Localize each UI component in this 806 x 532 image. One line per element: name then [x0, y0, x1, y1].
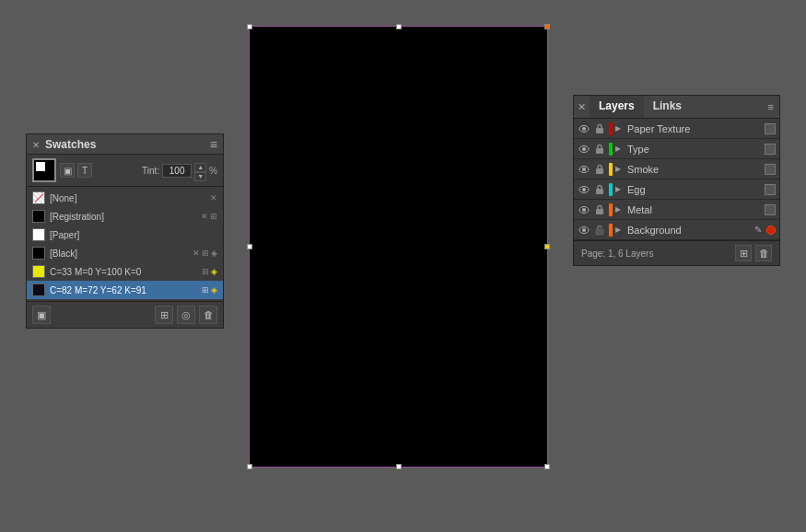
new-swatch-btn[interactable]: ⊞ [155, 306, 173, 324]
new-layer-button[interactable]: ⊞ [735, 245, 752, 261]
delete-layer-button[interactable]: 🗑 [755, 245, 772, 261]
swatch-type-icons: ▣ T [60, 163, 92, 178]
layer-visibility-btn[interactable] [578, 203, 590, 216]
handle-top-right[interactable] [544, 24, 550, 29]
swatch-cy-color-icon: ◈ [211, 267, 217, 276]
layer-page-icon[interactable] [765, 123, 776, 134]
layers-footer: Page: 1, 6 Layers ⊞ 🗑 [574, 240, 779, 265]
layer-lock-btn[interactable] [593, 183, 606, 196]
swatch-paper[interactable]: [Paper] [27, 226, 223, 244]
layers-tabs-bar: ✕ Layers Links ≡ [574, 96, 779, 119]
handle-bottom-left[interactable] [247, 464, 252, 469]
layer-visibility-btn[interactable] [578, 163, 590, 176]
layer-row[interactable]: ▶Type [574, 139, 779, 159]
handle-top-middle[interactable] [396, 24, 402, 29]
swatch-none[interactable]: [None] ✕ [27, 189, 223, 207]
swatch-cy-grid-icon: ⊞ [202, 267, 209, 276]
swatch-black[interactable]: [Black] ✕ ⊞ ◈ [27, 244, 223, 262]
swatch-none-label: [None] [50, 193, 205, 203]
layer-row[interactable]: ▶Egg [574, 179, 779, 200]
layer-lock-btn[interactable] [593, 122, 606, 135]
handle-middle-left[interactable] [247, 244, 252, 249]
swatches-list: [None] ✕ [Registration] ✕ ⊞ [Paper] [Bla… [27, 187, 223, 301]
layer-page-icon[interactable] [765, 144, 776, 155]
new-color-group-btn[interactable]: ▣ [32, 306, 51, 324]
layer-row[interactable]: ▶Metal [574, 200, 779, 220]
svg-point-1 [582, 127, 586, 131]
layer-lock-btn[interactable] [593, 163, 606, 176]
layer-visibility-btn[interactable] [578, 224, 590, 237]
layer-row[interactable]: ▶Background✎ [574, 220, 779, 240]
new-tint-btn[interactable]: ◎ [177, 306, 195, 324]
layer-expand-arrow[interactable]: ▶ [615, 226, 625, 234]
tab-links[interactable]: Links [644, 96, 691, 118]
tint-down[interactable]: ▼ [194, 172, 206, 181]
tab-layers[interactable]: Layers [590, 96, 644, 118]
layer-color-indicator [609, 163, 613, 176]
handle-bottom-middle[interactable] [396, 464, 402, 469]
layer-lock-btn[interactable] [593, 224, 606, 237]
swatch-cmyk-selected[interactable]: C=82 M=72 Y=62 K=91 ⊞ ◈ [27, 281, 223, 299]
layer-name-label: Type [627, 144, 762, 155]
delete-swatch-btn[interactable]: 🗑 [199, 306, 217, 324]
layer-expand-arrow[interactable]: ▶ [615, 145, 625, 153]
stroke-icon-btn[interactable]: T [77, 163, 92, 178]
layer-edit-icon: ✎ [754, 225, 762, 235]
layer-active-dot [766, 226, 776, 235]
layers-expand-button[interactable]: ≡ [763, 101, 779, 112]
layer-color-indicator [609, 224, 613, 237]
swatch-paper-color [32, 228, 45, 241]
svg-point-7 [582, 168, 586, 171]
swatch-black-x-icon: ✕ [193, 249, 200, 258]
layer-page-icon[interactable] [765, 204, 776, 215]
layer-page-icon[interactable] [765, 184, 776, 195]
layer-lock-btn[interactable] [593, 203, 606, 216]
swatch-cmyk-grid-icon: ⊞ [202, 285, 209, 295]
tint-stepper[interactable]: ▲ ▼ [194, 163, 206, 178]
handle-middle-right[interactable] [544, 244, 550, 249]
handle-top-left[interactable] [247, 24, 252, 29]
layer-row[interactable]: ▶Smoke [574, 159, 779, 179]
swatch-registration[interactable]: [Registration] ✕ ⊞ [27, 207, 223, 226]
layer-row[interactable]: ▶Paper Texture [574, 119, 779, 139]
current-color-swatch[interactable] [32, 158, 56, 182]
svg-rect-17 [596, 229, 603, 235]
layer-visibility-btn[interactable] [578, 122, 590, 135]
handle-bottom-right[interactable] [544, 464, 550, 469]
swatches-close-button[interactable]: ✕ [32, 140, 41, 149]
layer-name-label: Paper Texture [627, 123, 762, 134]
layers-page-info: Page: 1, 6 Layers [581, 249, 653, 259]
swatch-registration-icons: ✕ ⊞ [201, 212, 217, 221]
swatch-reg-x-icon: ✕ [201, 212, 208, 221]
layer-expand-arrow[interactable]: ▶ [615, 205, 625, 214]
svg-point-10 [582, 188, 586, 191]
svg-rect-5 [596, 148, 603, 154]
swatch-black-label: [Black] [50, 249, 188, 259]
layer-visibility-btn[interactable] [578, 183, 590, 196]
tint-input[interactable] [162, 164, 192, 178]
layer-expand-arrow[interactable]: ▶ [615, 124, 625, 133]
layer-name-label: Egg [627, 184, 762, 195]
layer-color-indicator [609, 122, 613, 135]
swatch-cy-icons: ⊞ ◈ [202, 267, 217, 276]
fill-icon-btn[interactable]: ▣ [60, 163, 75, 178]
layer-visibility-btn[interactable] [578, 143, 590, 156]
layer-page-icon[interactable] [765, 164, 776, 175]
swatch-cyan-yellow-color [32, 265, 45, 278]
tint-up[interactable]: ▲ [194, 163, 206, 172]
layer-lock-btn[interactable] [593, 143, 606, 156]
layer-expand-arrow[interactable]: ▶ [615, 165, 625, 173]
svg-rect-14 [596, 209, 603, 214]
svg-rect-11 [596, 189, 603, 194]
swatches-menu-button[interactable]: ≡ [210, 137, 217, 152]
swatch-cyan-yellow-label: C=33 M=0 Y=100 K=0 [50, 267, 197, 277]
layer-expand-arrow[interactable]: ▶ [615, 185, 625, 193]
swatch-black-grid-icon: ⊞ [202, 249, 209, 258]
swatch-none-x-icon: ✕ [210, 193, 217, 202]
swatches-panel-header: ✕ Swatches ≡ [27, 134, 223, 155]
swatch-black-icons: ✕ ⊞ ◈ [193, 249, 217, 258]
swatches-footer: ▣ ⊞ ◎ 🗑 [27, 301, 223, 328]
layers-close-button[interactable]: ✕ [574, 101, 590, 113]
swatch-cyan-yellow[interactable]: C=33 M=0 Y=100 K=0 ⊞ ◈ [27, 262, 223, 281]
swatches-toolbar: ▣ T Tint: ▲ ▼ % [27, 155, 223, 187]
